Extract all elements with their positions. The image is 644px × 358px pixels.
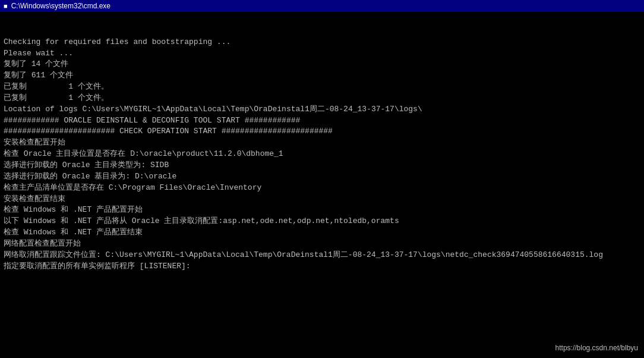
terminal-line: 选择进行卸载的 Oracle 基目录为: D:\oracle bbox=[4, 171, 640, 183]
terminal-line: Checking for required files and bootstra… bbox=[4, 37, 640, 48]
terminal-line: 网络取消配置跟踪文件位置: C:\Users\MYGIRL~1\AppData\… bbox=[4, 250, 640, 261]
terminal-line: 已复制 1 个文件。 bbox=[4, 81, 640, 93]
title-bar: ■ C:\Windows\system32\cmd.exe bbox=[0, 0, 644, 12]
terminal-line: 复制了 14 个文件 bbox=[4, 59, 640, 70]
terminal-line: 安装检查配置开始 bbox=[4, 137, 640, 149]
terminal-line: ############ ORACLE DEINSTALL & DECONFIG… bbox=[4, 115, 640, 127]
terminal-line: 已复制 1 个文件。 bbox=[4, 93, 640, 104]
terminal-line: 检查 Oracle 主目录位置是否存在 D:\oracle\product\11… bbox=[4, 149, 640, 160]
cmd-icon: ■ bbox=[4, 2, 8, 10]
terminal-line: 选择进行卸载的 Oracle 主目录类型为: SIDB bbox=[4, 160, 640, 171]
terminal-line: 指定要取消配置的所有单实例监听程序 [LISTENER]: bbox=[4, 261, 640, 272]
terminal-line: Location of logs C:\Users\MYGIRL~1\AppDa… bbox=[4, 104, 640, 115]
terminal-line: 网络配置检查配置开始 bbox=[4, 238, 640, 250]
terminal-output: Checking for required files and bootstra… bbox=[0, 12, 644, 358]
terminal-line: ######################## CHECK OPERATION… bbox=[4, 126, 640, 137]
terminal-line: Please wait ... bbox=[4, 48, 640, 59]
watermark: https://blog.csdn.net/blbyu bbox=[555, 343, 638, 353]
terminal-line: 检查 Windows 和 .NET 产品配置开始 bbox=[4, 205, 640, 216]
terminal-line: 检查主产品清单位置是否存在 C:\Program Files\Oracle\In… bbox=[4, 183, 640, 194]
terminal-line: 检查 Windows 和 .NET 产品配置结束 bbox=[4, 227, 640, 238]
terminal-line: 复制了 611 个文件 bbox=[4, 70, 640, 81]
terminal-line: 安装检查配置结束 bbox=[4, 194, 640, 205]
window-title: C:\Windows\system32\cmd.exe bbox=[11, 2, 111, 10]
terminal-line: 以下 Windows 和 .NET 产品将从 Oracle 主目录取消配置:as… bbox=[4, 216, 640, 227]
